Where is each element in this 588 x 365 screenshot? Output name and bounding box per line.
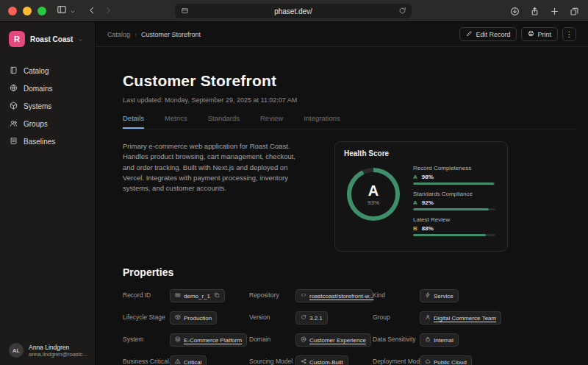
prop-value-record-id: demo_r_1 <box>170 289 225 302</box>
last-updated: Last updated: Monday, September 29, 2025… <box>123 96 576 104</box>
domains-globe-icon <box>10 82 18 95</box>
catalog-book-icon <box>10 64 18 77</box>
sidebar-toggle-icon[interactable] <box>57 4 67 18</box>
sidebar: R Roast Coast Catalog Domains Systems Gr… <box>0 22 96 365</box>
edit-record-button[interactable]: Edit Record <box>459 27 517 41</box>
tab-overview-icon[interactable] <box>570 6 579 19</box>
breadcrumb-catalog[interactable]: Catalog <box>107 31 130 38</box>
sidebar-item-label: Domains <box>24 85 52 93</box>
metric-grade: A <box>413 174 417 180</box>
user-email: anna.lindgren@roastc... <box>29 351 87 358</box>
prop-value-group[interactable]: Digital Commerce Team <box>420 311 501 325</box>
prop-label-business-criticality: Business Critical... <box>123 358 170 365</box>
health-grade: A <box>368 183 379 198</box>
properties-grid: Record ID demo_r_1 Repository roastcoast… <box>123 288 576 365</box>
prop-value-repository[interactable]: roastcoast/storefront-w... <box>295 289 373 302</box>
record-toolbar: Catalog › Customer Storefront Edit Recor… <box>96 22 588 47</box>
prop-label-data-sensitivity: Data Sensitivity <box>373 336 420 343</box>
sidebar-item-label: Systems <box>24 102 51 110</box>
sidebar-item-systems[interactable]: Systems <box>0 97 95 115</box>
prop-value-deployment-model: Public Cloud <box>420 355 472 365</box>
prop-label-record-id: Record ID <box>123 291 170 299</box>
properties-heading: Properties <box>123 266 576 278</box>
share-icon[interactable] <box>530 6 539 19</box>
target-icon <box>301 336 306 344</box>
prop-value-kind: Service <box>420 289 459 302</box>
alert-triangle-icon <box>175 358 181 365</box>
metric-progress-bar <box>413 234 495 236</box>
groups-users-icon <box>10 117 18 130</box>
page-title: Customer Storefront <box>123 72 576 90</box>
new-tab-icon[interactable] <box>550 6 559 19</box>
page-info-icon[interactable] <box>181 7 189 16</box>
metric-grade: B <box>413 225 417 232</box>
pencil-icon <box>466 30 473 38</box>
print-button[interactable]: Print <box>521 27 558 41</box>
health-score-gauge: A 93% <box>347 168 400 221</box>
tab-details[interactable]: Details <box>123 114 144 129</box>
baselines-list-icon <box>10 135 18 148</box>
prop-label-lifecycle: Lifecycle Stage <box>123 313 170 321</box>
address-bar[interactable]: phaset.dev/ <box>175 4 412 18</box>
person-icon <box>425 314 431 322</box>
workspace-logo: R <box>9 31 25 47</box>
metric-value: 98% <box>422 174 434 180</box>
tab-review[interactable]: Review <box>260 114 283 129</box>
downloads-icon[interactable] <box>510 6 520 19</box>
sidebar-item-label: Baselines <box>24 138 55 146</box>
sidebar-item-domains[interactable]: Domains <box>0 79 95 97</box>
box-icon <box>175 314 181 322</box>
avatar: AL <box>9 343 24 358</box>
user-menu[interactable]: AL Anna Lindgren anna.lindgren@roastc... <box>0 336 95 365</box>
copy-icon[interactable] <box>214 292 220 300</box>
tab-metrics[interactable]: Metrics <box>165 114 187 129</box>
tab-standards[interactable]: Standards <box>208 114 240 129</box>
sidebar-item-baselines[interactable]: Baselines <box>0 132 95 150</box>
sidebar-item-label: Groups <box>24 120 48 128</box>
nodes-icon <box>301 358 306 365</box>
window-controls <box>8 7 46 15</box>
prop-label-deployment-model: Deployment Model <box>373 358 420 365</box>
forward-icon[interactable] <box>104 4 112 18</box>
reload-icon[interactable] <box>398 7 406 16</box>
prop-value-system[interactable]: E-Commerce Platform <box>170 333 247 347</box>
prop-label-version: Version <box>249 313 295 321</box>
layers-icon <box>175 336 181 344</box>
prop-label-domain: Domain <box>249 336 295 343</box>
refresh-icon <box>301 314 306 322</box>
more-actions-button[interactable]: ⋮ <box>562 27 576 41</box>
prop-value-domain[interactable]: Customer Experience <box>295 333 371 347</box>
zoom-window-button[interactable] <box>37 7 46 15</box>
metric-value: 92% <box>422 199 434 206</box>
chevron-down-icon[interactable] <box>70 4 76 18</box>
prop-label-repository: Repository <box>249 291 295 299</box>
chevron-down-icon <box>78 32 83 46</box>
metric-progress-bar <box>413 182 495 185</box>
prop-label-sourcing-model: Sourcing Model <box>249 358 295 365</box>
prop-value-lifecycle: Production <box>170 311 217 325</box>
code-icon <box>301 292 306 300</box>
close-window-button[interactable] <box>8 7 17 15</box>
lock-icon <box>425 336 431 344</box>
metric-grade: A <box>413 199 417 206</box>
health-score-title: Health Score <box>344 149 498 157</box>
metric-standards-compliance: Standards Compliance A 92% <box>413 191 498 210</box>
browser-chrome: phaset.dev/ <box>0 0 588 22</box>
metric-record-completeness: Record Completeness A 98% <box>413 165 498 185</box>
prop-label-kind: Kind <box>373 291 420 299</box>
health-percent: 93% <box>368 199 379 206</box>
minimize-window-button[interactable] <box>23 7 32 15</box>
sidebar-item-groups[interactable]: Groups <box>0 115 95 132</box>
back-icon[interactable] <box>87 4 96 18</box>
breadcrumb-separator: › <box>135 31 137 38</box>
breadcrumb-current: Customer Storefront <box>141 31 201 38</box>
main-panel: Catalog › Customer Storefront Edit Recor… <box>96 22 588 365</box>
sidebar-item-label: Catalog <box>24 67 49 75</box>
record-tabs: Details Metrics Standards Review Integra… <box>123 114 576 130</box>
sidebar-item-catalog[interactable]: Catalog <box>0 62 95 79</box>
workspace-switcher[interactable]: R Roast Coast <box>0 22 95 50</box>
tab-integrations[interactable]: Integrations <box>304 114 340 129</box>
workspace-name: Roast Coast <box>30 35 73 43</box>
metric-progress-bar <box>413 208 495 210</box>
health-score-card: Health Score A 93% Record Completeness <box>334 141 508 252</box>
